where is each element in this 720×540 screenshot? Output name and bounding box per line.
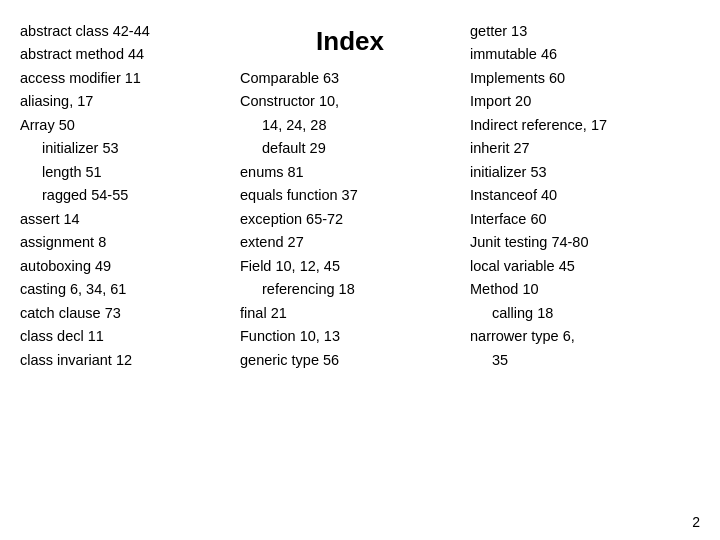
right-entry: Method 10 — [470, 278, 700, 301]
left-entry: assignment 8 — [20, 231, 230, 254]
left-entry: class invariant 12 — [20, 349, 230, 372]
left-entry: class decl 11 — [20, 325, 230, 348]
left-entry: initializer 53 — [20, 137, 230, 160]
middle-entry: exception 65-72 — [240, 208, 460, 231]
right-entry: narrower type 6, — [470, 325, 700, 348]
left-entry: ragged 54-55 — [20, 184, 230, 207]
right-entry: inherit 27 — [470, 137, 700, 160]
middle-entry: Comparable 63 — [240, 67, 460, 90]
middle-entry: referencing 18 — [240, 278, 460, 301]
content-area: abstract class 42-44abstract method 44ac… — [20, 20, 700, 530]
right-entry: calling 18 — [470, 302, 700, 325]
left-entry: catch clause 73 — [20, 302, 230, 325]
left-entry: casting 6, 34, 61 — [20, 278, 230, 301]
left-entry: length 51 — [20, 161, 230, 184]
middle-entry: equals function 37 — [240, 184, 460, 207]
left-entry: abstract method 44 — [20, 43, 230, 66]
middle-column: Index Comparable 63Constructor 10,14, 24… — [240, 20, 470, 530]
middle-entry: default 29 — [240, 137, 460, 160]
page-number: 2 — [692, 514, 700, 530]
right-entry: local variable 45 — [470, 255, 700, 278]
left-entry: aliasing, 17 — [20, 90, 230, 113]
right-entry: Junit testing 74-80 — [470, 231, 700, 254]
left-entry: Array 50 — [20, 114, 230, 137]
left-entry: autoboxing 49 — [20, 255, 230, 278]
right-entry: Indirect reference, 17 — [470, 114, 700, 137]
right-entry: Interface 60 — [470, 208, 700, 231]
middle-entry: Field 10, 12, 45 — [240, 255, 460, 278]
left-entry: assert 14 — [20, 208, 230, 231]
right-entry: Implements 60 — [470, 67, 700, 90]
left-column: abstract class 42-44abstract method 44ac… — [20, 20, 240, 530]
index-title: Index — [240, 20, 460, 63]
right-entry: Instanceof 40 — [470, 184, 700, 207]
right-entry: initializer 53 — [470, 161, 700, 184]
middle-entry: enums 81 — [240, 161, 460, 184]
left-entry: access modifier 11 — [20, 67, 230, 90]
middle-entry: Constructor 10, — [240, 90, 460, 113]
right-column: getter 13immutable 46Implements 60Import… — [470, 20, 700, 530]
right-entry: Import 20 — [470, 90, 700, 113]
middle-entry: 14, 24, 28 — [240, 114, 460, 137]
middle-entry: Function 10, 13 — [240, 325, 460, 348]
page-container: abstract class 42-44abstract method 44ac… — [0, 0, 720, 540]
right-entry: getter 13 — [470, 20, 700, 43]
middle-entry: generic type 56 — [240, 349, 460, 372]
middle-entry: final 21 — [240, 302, 460, 325]
right-entry: immutable 46 — [470, 43, 700, 66]
right-entry: 35 — [470, 349, 700, 372]
middle-entry: extend 27 — [240, 231, 460, 254]
left-entry: abstract class 42-44 — [20, 20, 230, 43]
